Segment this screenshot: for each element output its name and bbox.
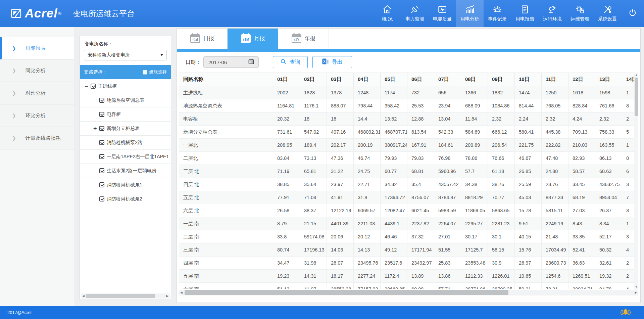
nav-item-9[interactable]: 系统设置 (594, 0, 621, 27)
tree-horizontal-scrollbar[interactable]: ◀ ▶ (81, 293, 170, 299)
tree-node[interactable]: 生活水泵2路一层弱电房 (80, 164, 171, 178)
checked-checkbox-icon[interactable] (91, 84, 96, 89)
nav-item-5[interactable]: 事件记录 (484, 0, 511, 27)
column-header-day: 09日 (488, 73, 515, 86)
column-header-day: 08日 (461, 73, 488, 86)
checked-checkbox-icon[interactable] (99, 126, 104, 131)
chevron-right-icon: ❯ (12, 68, 16, 73)
value-cell: 17171.94 (407, 243, 434, 257)
scroll-right-icon[interactable]: ▶ (633, 290, 638, 295)
value-cell: 70.77 (488, 191, 515, 204)
value-cell: 50.21 (515, 283, 542, 289)
copyright-text: 2017@Acrel (7, 310, 32, 315)
scroll-left-icon[interactable]: ◀ (81, 293, 86, 299)
tree-node[interactable]: 地源热泵空调总表 (80, 93, 171, 107)
sidebar-item-2[interactable]: ❯ 同比分析 (0, 59, 74, 82)
checked-checkbox-icon[interactable] (99, 112, 104, 117)
value-cell: 60.98 (407, 283, 434, 289)
registered-mark: ® (58, 11, 62, 16)
value-cell: 16.17 (327, 270, 354, 283)
value-cell: 77.91 (273, 191, 300, 204)
column-header-name: 回路名称 (179, 73, 273, 86)
value-cell: 2264.07 (434, 217, 461, 230)
checked-checkbox-icon[interactable] (99, 182, 104, 187)
brand: Acrel ® 变电所运维云平台 (10, 6, 135, 20)
tree-node[interactable]: 消防栓机械泵2路 (80, 136, 171, 150)
checked-checkbox-icon[interactable] (99, 154, 104, 159)
value-cell: 34.38 (461, 178, 488, 191)
scrollbar-thumb[interactable] (185, 290, 508, 295)
value-cell: 828.84 (568, 99, 595, 112)
power-button[interactable] (621, 8, 644, 19)
value-cell: 1378 (327, 86, 354, 99)
checked-checkbox-icon[interactable] (99, 196, 104, 201)
value-cell: 20.32 (273, 112, 300, 126)
table-row: 五层 南19.2314.3116.172277.241172.413.8913.… (179, 270, 639, 283)
tree-node[interactable]: + 新增分立柜总表 (80, 122, 171, 136)
value-cell: 19.32 (595, 270, 622, 283)
nav-item-1[interactable]: 概 况 (374, 0, 401, 27)
value-cell: 31.22 (327, 165, 354, 178)
table-row: 新增分立柜总表731.61547.02407.16468092.31468707… (179, 126, 639, 139)
date-input[interactable]: 2017-06 (204, 57, 244, 67)
cascade-select[interactable]: 级联选择 (143, 69, 167, 75)
sidebar-item-1[interactable]: ❯ 用能报表 (0, 37, 74, 59)
alarm-bell-button[interactable] (620, 308, 631, 317)
value-cell: 13.89 (407, 270, 434, 283)
table-vertical-scrollbar[interactable]: ▲ ▼ (634, 73, 638, 289)
cascade-checkbox[interactable] (143, 70, 147, 75)
table-row: 四层 北38.8535.6423.9722.7134.3235.443557.4… (179, 178, 639, 191)
checked-checkbox-icon[interactable] (99, 98, 104, 103)
scroll-down-icon[interactable]: ▼ (634, 285, 638, 289)
value-cell: 25.59 (515, 178, 542, 191)
value-cell: 78.21 (542, 283, 568, 289)
nav-item-2[interactable]: 电力监测 (401, 0, 429, 27)
tab-3[interactable]: +1Y 年报 (278, 29, 329, 49)
table-row: 三层 北71.1965.8131.2224.7560.7768.815960.9… (179, 165, 639, 178)
scrollbar-thumb[interactable] (86, 294, 155, 298)
tree-node[interactable]: 消防喷淋机械泵2 (80, 192, 171, 206)
tree-node[interactable]: 一层南1APE2右一层北1APE1 (80, 150, 171, 164)
tab-underline (177, 49, 640, 52)
value-cell: 8784.87 (434, 191, 461, 204)
table-horizontal-scrollbar[interactable]: ◀ ▶ (179, 290, 638, 295)
value-cell: 6021.45 (407, 204, 434, 217)
branch-select-label: 支路选择： (84, 69, 107, 75)
checked-checkbox-icon[interactable] (99, 140, 104, 145)
scroll-right-icon[interactable]: ▶ (165, 293, 170, 299)
tree-node[interactable]: 电容柜 (80, 107, 171, 122)
nav-item-4[interactable]: 用电分析 (456, 0, 484, 27)
nav-item-6[interactable]: 用电报告 (511, 0, 539, 27)
value-cell: 19.23 (273, 270, 300, 283)
export-button[interactable]: X 导出 (312, 56, 352, 68)
query-button[interactable]: 查询 (273, 56, 308, 68)
station-select[interactable]: 安科瑞新大楼变电所 (84, 50, 167, 60)
tab-2[interactable]: +1M 月报 (228, 29, 278, 49)
circuit-name-cell: 三层 北 (179, 165, 273, 178)
value-cell: 59174.08 (300, 230, 327, 243)
nav-item-3[interactable]: 电能质量 (429, 0, 456, 27)
sidebar-item-5[interactable]: ❯ 计量及线路损耗 (0, 127, 74, 149)
tree-node[interactable]: − 主进线柜 (80, 79, 171, 93)
collapse-icon[interactable]: − (85, 83, 91, 89)
date-picker-button[interactable] (244, 57, 258, 67)
value-cell: 26.85 (515, 165, 542, 178)
value-cell: 17196.13 (300, 243, 327, 257)
scroll-up-icon[interactable]: ▲ (634, 73, 638, 77)
value-cell: 28934.71 (568, 283, 595, 289)
expand-icon[interactable]: + (93, 126, 99, 132)
value-cell: 768.05 (542, 99, 568, 112)
sidebar-item-3[interactable]: ❯ 对比分析 (0, 82, 74, 104)
value-cell: 1212.33 (461, 270, 488, 283)
nav-item-8[interactable]: 运维管理 (566, 0, 594, 27)
value-cell: 33.85 (568, 230, 595, 243)
value-cell: 1366 (461, 86, 488, 99)
sidebar-item-4[interactable]: ❯ 环比分析 (0, 104, 74, 127)
tree-node[interactable]: 消防喷淋机械泵1 (80, 178, 171, 192)
scroll-left-icon[interactable]: ◀ (179, 290, 184, 295)
checked-checkbox-icon[interactable] (99, 168, 104, 173)
scrollbar-thumb[interactable] (635, 78, 638, 116)
nav-item-7[interactable]: 运行环境 (539, 0, 566, 27)
tab-1[interactable]: +1d 日报 (177, 29, 228, 49)
value-cell: 30.1 (488, 230, 515, 243)
